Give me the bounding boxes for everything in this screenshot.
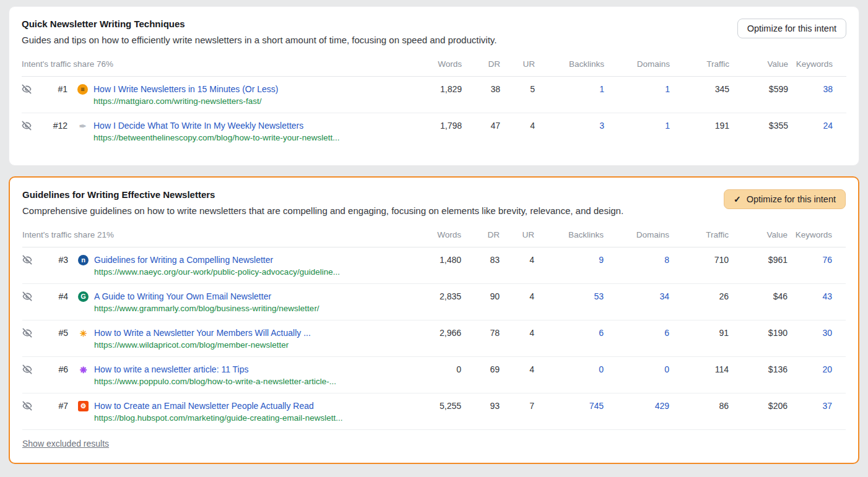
- backlinks-link[interactable]: 745: [534, 393, 604, 430]
- table-footer: Show excluded results: [22, 430, 846, 454]
- hide-cell: [22, 113, 44, 150]
- ur-cell: 4: [500, 247, 534, 284]
- site-favicon: ✒: [77, 121, 88, 131]
- backlinks-link[interactable]: 0: [534, 357, 604, 393]
- result-url-link[interactable]: https://betweenthelinescopy.com/blog/how…: [93, 132, 339, 144]
- backlinks-link[interactable]: 6: [534, 320, 604, 357]
- hide-cell: [22, 357, 45, 393]
- words-cell: 2,966: [406, 320, 461, 357]
- ur-cell: 7: [500, 393, 534, 430]
- backlinks-link[interactable]: 3: [535, 113, 604, 150]
- traffic-cell: 710: [669, 247, 729, 284]
- result-cell: ✒ How I Decide What To Write In My Weekl…: [77, 113, 406, 150]
- table-row: #5 ✳ How to Write a Newsletter Your Memb…: [22, 320, 846, 357]
- optimize-intent-button-selected[interactable]: ✓ Optimize for this intent: [724, 189, 846, 209]
- result-url-link[interactable]: https://www.wildapricot.com/blog/member-…: [94, 339, 311, 351]
- results-table: Intent's traffic share 21% Words DR UR B…: [22, 224, 846, 430]
- site-favicon: G: [78, 291, 89, 302]
- traffic-cell: 26: [669, 284, 729, 320]
- check-icon: ✓: [734, 194, 741, 204]
- traffic-cell: 91: [669, 320, 729, 357]
- result-title-link[interactable]: A Guide to Writing Your Own Email Newsle…: [94, 290, 319, 303]
- result-url-link[interactable]: https://www.poppulo.com/blog/how-to-writ…: [94, 376, 336, 388]
- col-words: Words: [406, 224, 461, 247]
- result-cell: ⚙ How to Create an Email Newsletter Peop…: [78, 393, 406, 430]
- eye-off-icon[interactable]: [22, 328, 32, 338]
- site-favicon: ✳: [78, 328, 89, 338]
- col-value: Value: [729, 53, 788, 77]
- words-cell: 1,798: [406, 113, 462, 150]
- dr-cell: 90: [461, 284, 500, 320]
- dr-cell: 93: [461, 393, 500, 430]
- rank-label: #7: [45, 393, 78, 430]
- rank-label: #4: [45, 284, 78, 320]
- ur-cell: 5: [500, 77, 535, 113]
- ur-cell: 4: [500, 357, 534, 393]
- keywords-link[interactable]: 20: [788, 357, 846, 393]
- table-row: #6 ❋ How to write a newsletter article: …: [22, 357, 846, 393]
- result-url-link[interactable]: https://blog.hubspot.com/marketing/guide…: [94, 412, 342, 424]
- show-excluded-results-link[interactable]: Show excluded results: [22, 439, 109, 449]
- domains-link[interactable]: 0: [604, 357, 669, 393]
- result-title-link[interactable]: How I Write Newsletters in 15 Minutes (O…: [93, 83, 279, 95]
- eye-off-icon[interactable]: [22, 291, 32, 301]
- dr-cell: 38: [462, 77, 500, 113]
- keywords-link[interactable]: 38: [788, 77, 846, 113]
- result-title-link[interactable]: How I Decide What To Write In My Weekly …: [93, 119, 339, 132]
- ur-cell: 4: [500, 320, 534, 357]
- result-title-link[interactable]: How to Write a Newsletter Your Members W…: [94, 327, 311, 339]
- backlinks-link[interactable]: 9: [534, 247, 604, 284]
- domains-link[interactable]: 8: [604, 247, 669, 284]
- keywords-link[interactable]: 30: [788, 320, 846, 357]
- eye-off-icon[interactable]: [22, 255, 32, 265]
- optimize-intent-button[interactable]: Optimize for this intent: [737, 19, 846, 38]
- col-ur: UR: [500, 53, 535, 77]
- site-favicon: n: [78, 255, 89, 265]
- col-traffic: Traffic: [670, 53, 729, 77]
- domains-link[interactable]: 34: [604, 284, 669, 320]
- words-cell: 1,829: [406, 77, 462, 113]
- keywords-link[interactable]: 37: [788, 393, 846, 430]
- ur-cell: 4: [500, 113, 535, 150]
- domains-link[interactable]: 6: [604, 320, 669, 357]
- result-title-link[interactable]: How to write a newsletter article: 11 Ti…: [94, 363, 336, 376]
- eye-off-icon[interactable]: [22, 364, 32, 374]
- col-traffic: Traffic: [669, 224, 729, 247]
- result-title-link[interactable]: Guidelines for Writing a Compelling News…: [94, 254, 340, 266]
- result-url-link[interactable]: https://www.naeyc.org/our-work/public-po…: [94, 266, 340, 278]
- keywords-link[interactable]: 43: [788, 284, 846, 320]
- col-domains: Domains: [604, 53, 670, 77]
- hide-cell: [22, 393, 45, 430]
- card-header: Guidelines for Writing Effective Newslet…: [22, 189, 846, 216]
- backlinks-link[interactable]: 1: [535, 77, 604, 113]
- result-url-link[interactable]: https://www.grammarly.com/blog/business-…: [94, 303, 319, 315]
- backlinks-link[interactable]: 53: [534, 284, 604, 320]
- words-cell: 5,255: [406, 393, 461, 430]
- domains-link[interactable]: 429: [604, 393, 669, 430]
- col-dr: DR: [461, 224, 500, 247]
- table-row: #3 n Guidelines for Writing a Compelling…: [22, 247, 846, 284]
- domains-link[interactable]: 1: [604, 113, 670, 150]
- value-cell: $355: [729, 113, 788, 150]
- hide-cell: [22, 284, 45, 320]
- result-cell: G A Guide to Writing Your Own Email News…: [78, 284, 406, 320]
- table-row: #1 ≡ How I Write Newsletters in 15 Minut…: [22, 77, 846, 113]
- col-backlinks: Backlinks: [535, 53, 604, 77]
- keywords-link[interactable]: 24: [788, 113, 846, 150]
- table-row: #12 ✒ How I Decide What To Write In My W…: [22, 113, 846, 150]
- col-keywords: Keywords: [788, 224, 846, 247]
- value-cell: $206: [729, 393, 788, 430]
- keywords-link[interactable]: 76: [788, 247, 846, 284]
- result-title-link[interactable]: How to Create an Email Newsletter People…: [94, 400, 342, 412]
- result-url-link[interactable]: https://mattgiaro.com/writing-newsletter…: [93, 95, 279, 108]
- domains-link[interactable]: 1: [604, 77, 670, 113]
- col-ur: UR: [500, 224, 534, 247]
- eye-off-icon[interactable]: [22, 401, 32, 411]
- traffic-cell: 86: [669, 393, 729, 430]
- card-header: Quick Newsletter Writing Techniques Guid…: [22, 19, 846, 45]
- col-backlinks: Backlinks: [534, 224, 604, 247]
- hide-cell: [22, 320, 45, 357]
- rank-label: #12: [44, 113, 77, 150]
- eye-off-icon[interactable]: [22, 121, 32, 131]
- eye-off-icon[interactable]: [22, 84, 32, 94]
